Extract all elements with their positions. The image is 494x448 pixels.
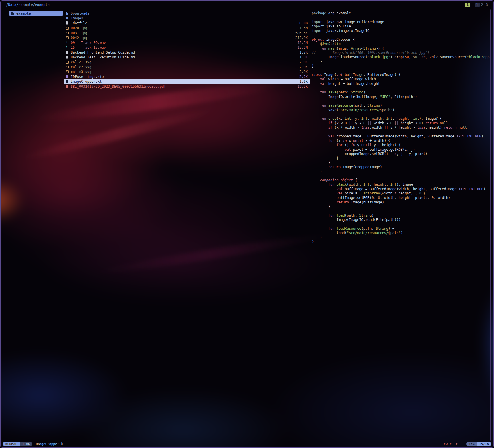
file-size: 1.3M [297, 26, 308, 30]
file-name: Backend_Test_Execution_Guide.md [71, 55, 135, 59]
file-permissions: -rw-r--r-- [442, 442, 461, 446]
code-line [312, 222, 490, 227]
file-row[interactable]: 0031.jpg586.3K [64, 30, 310, 35]
status-bar: NORMAL 1.6K ImageCropper.kt -rw-r--r-- 9… [3, 442, 491, 446]
tab-1[interactable]: 1 [475, 3, 479, 7]
file-row[interactable]: 09 - Track 09.wav15.3M [64, 40, 310, 45]
code-line: } [312, 240, 490, 244]
file-row[interactable]: cal-c1.svg2.9K [64, 60, 310, 64]
file-row[interactable]: Downloads [64, 11, 310, 16]
code-line: object ImageCropper { [312, 38, 490, 42]
tab-bar: 1 123 [465, 3, 489, 7]
file-name: .dotfile [71, 21, 87, 25]
folder-icon [66, 17, 69, 20]
code-line: } [312, 64, 490, 68]
code-line: val height = buffImage.height [312, 82, 490, 86]
code-line [312, 86, 490, 90]
file-row[interactable]: cal-c2.svg2.9K [64, 64, 310, 69]
code-line: } [312, 156, 490, 160]
breadcrumb-path: ~/Data/example/example [4, 3, 50, 7]
file-row[interactable]: Images [64, 16, 310, 21]
file-name: ImageCropper.kt [71, 80, 102, 84]
code-line: fun main(args: Array<String>) { [312, 46, 490, 51]
code-line: val pixels = IntArray(width * height) { … [312, 191, 490, 196]
code-line: fun loadResource(path: String) = [312, 227, 490, 231]
file-name: 0028.jpg [71, 26, 87, 30]
code-line: @JvmStatic [312, 42, 490, 46]
file-size-badge: 1.6K [20, 442, 33, 446]
code-line: fun load(path: String) = [312, 213, 490, 218]
code-line: class Image(val buffImage: BufferedImage… [312, 73, 490, 77]
file-size: 2.9K [297, 60, 308, 64]
mode-badge: NORMAL [3, 442, 20, 446]
file-name: Images [71, 16, 83, 20]
code-line: } [312, 169, 490, 174]
code-line: val width = buffImage.width [312, 77, 490, 81]
file-row[interactable]: IDEAsettings.zip5.2K [64, 74, 310, 79]
code-line: } [312, 235, 490, 240]
code-line [312, 130, 490, 134]
file-size: 1.3K [297, 55, 308, 59]
file-row[interactable]: Backend_Frontend_Setup_Guide.md1.7K [64, 50, 310, 55]
statusbar-filename: ImageCropper.kt [35, 442, 65, 446]
audio-icon [66, 41, 69, 44]
code-line [312, 68, 490, 72]
code-line: fun saveResource(path: String) = [312, 103, 490, 108]
file-name: cal-c3.svg [71, 70, 91, 74]
parent-directory-item[interactable]: example [9, 11, 63, 16]
code-line: package org.example [312, 11, 490, 15]
tab-3[interactable]: 3 [485, 3, 489, 7]
file-name: Backend_Frontend_Setup_Guide.md [71, 50, 135, 54]
tab-2[interactable]: 2 [480, 3, 485, 7]
file-size: 2.9K [297, 65, 308, 69]
file-row[interactable]: ImageCropper.kt1.6K [64, 79, 310, 84]
parent-directory-label: example [16, 11, 31, 15]
file-size: 5.2K [297, 75, 308, 79]
code-line: // Image.black(100, 100).saveResource("b… [312, 51, 490, 55]
file-row[interactable]: .dotfile0.0B [64, 21, 310, 25]
image-icon [66, 36, 69, 40]
code-line [312, 15, 490, 20]
code-line: save("src/main/resources/$path") [312, 108, 490, 112]
tab-list: 123 [475, 3, 489, 7]
task-count-badge: 1 [465, 3, 470, 7]
file-row[interactable]: Backend_Test_Execution_Guide.md1.3K [64, 55, 310, 60]
yazi-file-manager-window: ~/Data/example/example 1 123 example Dow… [0, 0, 494, 448]
code-line: ImageIO.write(buffImage, "JPG", File(pat… [312, 95, 490, 99]
image-icon [66, 70, 69, 74]
code-line: import java.awt.image.BufferedImage [312, 20, 490, 24]
cursor-position-badge: 15/16 [477, 442, 491, 446]
file-name: cal-c1.svg [71, 60, 91, 64]
code-line: for (j in y until y + height) { [312, 143, 490, 147]
audio-icon [66, 46, 69, 49]
terminal-screen: ~/Data/example/example 1 123 example Dow… [0, 0, 494, 448]
file-size: 15.3M [295, 41, 308, 45]
status-left: NORMAL 1.6K ImageCropper.kt [3, 442, 65, 446]
code-line: fun save(path: String) = [312, 90, 490, 95]
file-size: 15.3M [295, 46, 308, 50]
code-line: Image(ImageIO.read(File(path))) [312, 218, 490, 222]
code-line: return Image(buffImage) [312, 200, 490, 205]
file-row[interactable]: 15 - Track 15.wav15.3M [64, 45, 310, 50]
code-line: Image.loadResource("black.jpg").crop(50,… [312, 55, 490, 59]
code-line [312, 99, 490, 103]
file-name: 0031.jpg [71, 31, 87, 35]
file-row[interactable]: 0028.jpg1.3M [64, 25, 310, 30]
code-line [312, 209, 490, 213]
image-icon [66, 60, 69, 64]
folder-icon [11, 12, 15, 15]
code-line: import java.io.File [312, 24, 490, 29]
file-row[interactable]: SBI_0032013739_2023_DE05_0003155631Invoi… [64, 84, 310, 89]
file-row[interactable]: cal-c3.svg2.9K [64, 69, 310, 74]
file-size: 1.6K [297, 80, 308, 84]
file-size: 2.9K [297, 70, 308, 74]
file-size: 12.5K [295, 85, 308, 89]
code-line: buffImage.setRGB(0, 0, width, height, pi… [312, 196, 490, 200]
current-directory-pane: DownloadsImages.dotfile0.0B0028.jpg1.3M0… [64, 9, 310, 441]
file-row[interactable]: 0042.jpg212.9K [64, 35, 310, 40]
markdown-icon [66, 51, 69, 54]
file-name: IDEAsettings.zip [71, 75, 104, 79]
file-icon [66, 80, 69, 83]
code-line: load("src/main/resources/$path") [312, 231, 490, 235]
code-line: val buffImage = BufferedImage(width, hei… [312, 187, 490, 191]
